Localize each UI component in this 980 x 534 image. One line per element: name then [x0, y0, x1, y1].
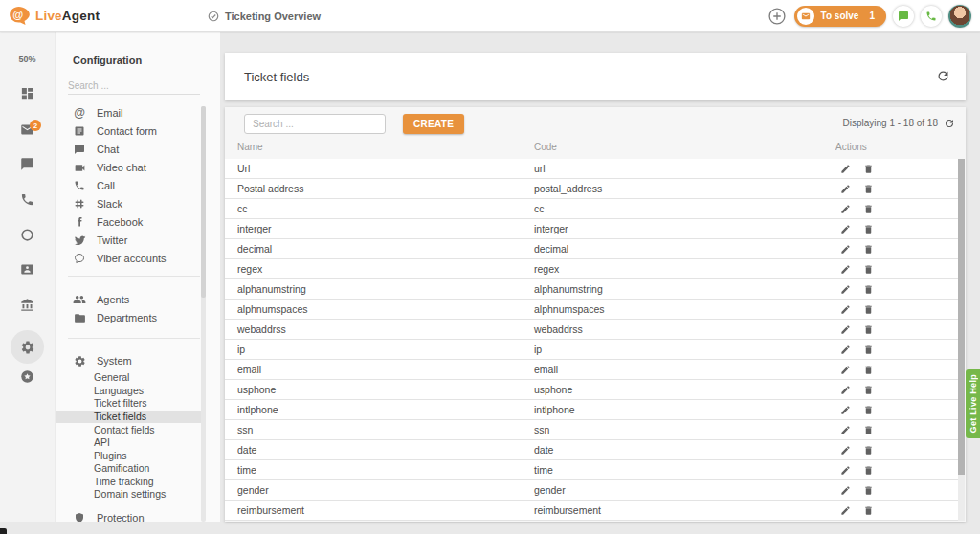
delete-icon[interactable]	[863, 425, 874, 435]
edit-icon[interactable]	[840, 304, 851, 315]
delete-icon[interactable]	[863, 324, 874, 335]
delete-icon[interactable]	[863, 204, 874, 214]
sidebar-subitem-ticket-fields[interactable]: Ticket fields	[56, 411, 201, 423]
sidebar-item-contact-form[interactable]: Contact form	[73, 123, 157, 139]
edit-icon[interactable]	[840, 465, 851, 476]
sidebar-item-label: Protection	[97, 512, 145, 522]
edit-icon[interactable]	[840, 445, 851, 456]
sidebar-subitem-ticket-filters[interactable]: Ticket filters	[56, 397, 201, 410]
edit-icon[interactable]	[840, 184, 851, 194]
rail-chat-icon[interactable]	[0, 157, 55, 171]
delete-icon[interactable]	[863, 485, 874, 496]
sidebar-item-agents[interactable]: Agents	[73, 292, 129, 307]
rail-call-icon[interactable]	[0, 192, 55, 207]
sidebar-item-slack[interactable]: Slack	[73, 196, 122, 211]
delete-icon[interactable]	[863, 164, 874, 174]
row-actions	[840, 340, 874, 359]
delete-icon[interactable]	[863, 304, 874, 315]
sidebar-subitem-plugins[interactable]: Plugins	[56, 450, 201, 462]
get-live-help-button[interactable]: Get Live Help	[966, 369, 980, 438]
edit-icon[interactable]	[840, 425, 851, 435]
row-name: Postal address	[237, 179, 303, 198]
edit-icon[interactable]	[840, 224, 851, 234]
rail-settings-icon[interactable]	[11, 330, 44, 364]
delete-icon[interactable]	[863, 244, 874, 255]
create-button[interactable]: CREATE	[403, 114, 464, 134]
sidebar-subitem-api[interactable]: API	[56, 436, 201, 449]
sidebar-item-facebook[interactable]: Facebook	[73, 214, 143, 230]
table-row: interger interger	[225, 219, 959, 239]
sidebar-scrollbar-thumb[interactable]	[201, 106, 206, 298]
edit-icon[interactable]	[840, 505, 851, 516]
edit-icon[interactable]	[840, 345, 851, 355]
delete-icon[interactable]	[863, 445, 874, 456]
sidebar-subitem-languages[interactable]: Languages	[56, 385, 201, 397]
grid-refresh-button[interactable]	[944, 118, 955, 129]
table-row: alphnumspaces alphnumspaces	[225, 300, 959, 320]
edit-icon[interactable]	[840, 264, 851, 275]
chats-button[interactable]	[893, 6, 914, 27]
row-actions	[840, 480, 874, 500]
table-scrollbar-thumb[interactable]	[958, 159, 965, 475]
delete-icon[interactable]	[863, 385, 874, 395]
sidebar-item-label: Chat	[97, 144, 119, 155]
sidebar-item-protection[interactable]: Protection	[73, 510, 145, 522]
rail-tickets-icon[interactable]	[0, 122, 55, 137]
breadcrumb-ticketing-overview[interactable]: Ticketing Overview	[208, 0, 321, 32]
edit-icon[interactable]	[840, 405, 851, 415]
edit-icon[interactable]	[840, 204, 851, 214]
delete-icon[interactable]	[863, 505, 874, 516]
icon-rail: 50% 2	[0, 32, 55, 522]
sidebar-item-departments[interactable]: Departments	[73, 310, 157, 325]
row-name: date	[237, 440, 256, 459]
rail-badge-icon[interactable]	[0, 369, 55, 384]
sidebar-search-input[interactable]	[68, 78, 200, 95]
sidebar-divider	[68, 276, 200, 277]
calls-button[interactable]	[921, 6, 942, 27]
sidebar-item-chat[interactable]: Chat	[73, 142, 119, 157]
table-scrollbar[interactable]	[958, 159, 965, 521]
sidebar-subitem-contact-fields[interactable]: Contact fields	[56, 424, 201, 436]
edit-icon[interactable]	[840, 164, 851, 174]
sidebar-subitem-domain-settings[interactable]: Domain settings	[56, 488, 201, 501]
to-solve-button[interactable]: To solve 1	[794, 6, 886, 27]
rail-dashboard-icon[interactable]	[0, 86, 55, 100]
sidebar-item-viber-accounts[interactable]: Viber accounts	[73, 251, 167, 266]
delete-icon[interactable]	[863, 284, 874, 295]
add-new-button[interactable]	[767, 6, 788, 27]
sidebar-item-video-chat[interactable]: Video chat	[73, 160, 146, 175]
delete-icon[interactable]	[863, 405, 874, 415]
delete-icon[interactable]	[863, 465, 874, 476]
liveagent-logo[interactable]: @ LiveAgent	[10, 0, 100, 32]
rail-ring-icon[interactable]	[0, 228, 55, 242]
table-row: time time	[225, 460, 959, 480]
row-actions	[840, 300, 874, 319]
grid-search-input[interactable]	[244, 114, 386, 134]
delete-icon[interactable]	[863, 345, 874, 355]
delete-icon[interactable]	[863, 365, 874, 375]
sidebar-item-email[interactable]: @ Email	[73, 105, 123, 121]
sidebar-subitem-gamification[interactable]: Gamification	[56, 462, 201, 475]
sidebar-scrollbar[interactable]	[201, 106, 206, 522]
rail-company-icon[interactable]	[0, 298, 55, 312]
row-code: usphone	[534, 380, 572, 399]
rail-contacts-icon[interactable]	[0, 262, 55, 277]
sidebar-subitem-time-tracking[interactable]: Time tracking	[56, 476, 201, 488]
edit-icon[interactable]	[840, 365, 851, 375]
sidebar-subitem-general[interactable]: General	[56, 371, 201, 384]
phone-icon	[73, 180, 86, 191]
avatar[interactable]	[948, 5, 971, 28]
edit-icon[interactable]	[840, 324, 851, 335]
edit-icon[interactable]	[840, 485, 851, 496]
sidebar-item-call[interactable]: Call	[73, 178, 115, 193]
delete-icon[interactable]	[863, 224, 874, 234]
sidebar-item-twitter[interactable]: Twitter	[73, 233, 127, 248]
edit-icon[interactable]	[840, 244, 851, 255]
refresh-button[interactable]	[936, 69, 950, 83]
sidebar-item-system[interactable]: System	[73, 353, 132, 368]
delete-icon[interactable]	[863, 184, 874, 194]
edit-icon[interactable]	[840, 284, 851, 295]
delete-icon[interactable]	[863, 264, 874, 275]
sidebar-item-label: Departments	[97, 312, 157, 323]
edit-icon[interactable]	[840, 385, 851, 395]
